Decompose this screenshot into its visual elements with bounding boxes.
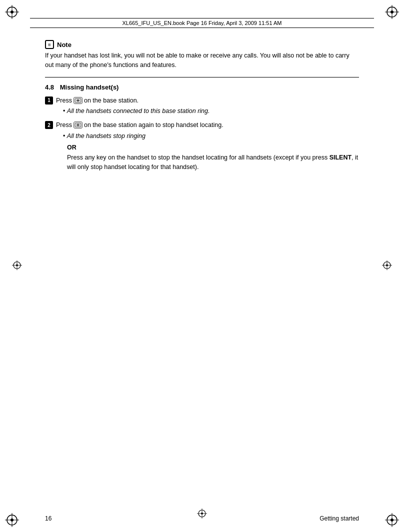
mid-left-mark bbox=[12, 260, 22, 272]
step-2-num: 2 bbox=[45, 121, 53, 129]
page-number: 16 bbox=[45, 515, 52, 522]
mid-right-mark bbox=[382, 260, 392, 272]
corner-mark-tl bbox=[4, 4, 20, 20]
note-section: ≡ Note If your handset has lost link, yo… bbox=[45, 40, 359, 70]
step-1-num: 1 bbox=[45, 96, 53, 104]
step-2-button-icon bbox=[74, 122, 82, 128]
header-bar: XL665_IFU_US_EN.book Page 16 Friday, Apr… bbox=[30, 18, 374, 28]
step-1-content: Press on the base station. All the hands… bbox=[56, 96, 359, 118]
page-content: ≡ Note If your handset has lost link, yo… bbox=[45, 40, 359, 502]
section-number: 4.8 bbox=[45, 84, 54, 91]
step-1-press-line: Press on the base station. bbox=[56, 96, 359, 106]
step-1-action: on the base station. bbox=[84, 96, 138, 106]
note-header: ≡ Note bbox=[45, 40, 359, 49]
step-1-button-icon bbox=[74, 97, 82, 104]
section-heading: 4.8 Missing handset(s) bbox=[45, 84, 359, 91]
footer-section-label: Getting started bbox=[320, 515, 359, 522]
step-1: 1 Press on the base station. All the han… bbox=[45, 96, 359, 118]
section-title: Missing handset(s) bbox=[60, 84, 119, 91]
corner-mark-br bbox=[384, 512, 400, 528]
step-1-sub-text: All the handsets connected to this base … bbox=[67, 108, 210, 114]
note-title: Note bbox=[57, 41, 72, 48]
step-2-sub-text: All the handsets stop ringing bbox=[67, 132, 146, 140]
or-line: OR bbox=[67, 143, 359, 152]
step-1-sub-bullet: All the handsets connected to this base … bbox=[63, 106, 359, 116]
corner-mark-bl bbox=[4, 512, 20, 528]
page-footer: 16 Getting started bbox=[45, 515, 359, 522]
note-icon: ≡ bbox=[45, 40, 54, 49]
header-text: XL665_IFU_US_EN.book Page 16 Friday, Apr… bbox=[122, 20, 282, 26]
step-2-press-word: Press bbox=[56, 120, 72, 130]
silent-bold: SILENT bbox=[330, 154, 352, 161]
note-text: If your handset has lost link, you will … bbox=[45, 51, 359, 70]
step-2-extra-text: Press any key on the handset to stop the… bbox=[67, 153, 359, 172]
corner-mark-tr bbox=[384, 4, 400, 20]
step-1-press-word: Press bbox=[56, 96, 72, 106]
step-2-action: on the base station again to stop handse… bbox=[84, 120, 224, 130]
step-2: 2 Press on the base station again to sto… bbox=[45, 120, 359, 172]
step-2-content: Press on the base station again to stop … bbox=[56, 120, 359, 172]
section-divider bbox=[45, 77, 359, 78]
step-2-sub-bullet: All the handsets stop ringing bbox=[63, 132, 359, 141]
step-2-press-line: Press on the base station again to stop … bbox=[56, 120, 359, 130]
